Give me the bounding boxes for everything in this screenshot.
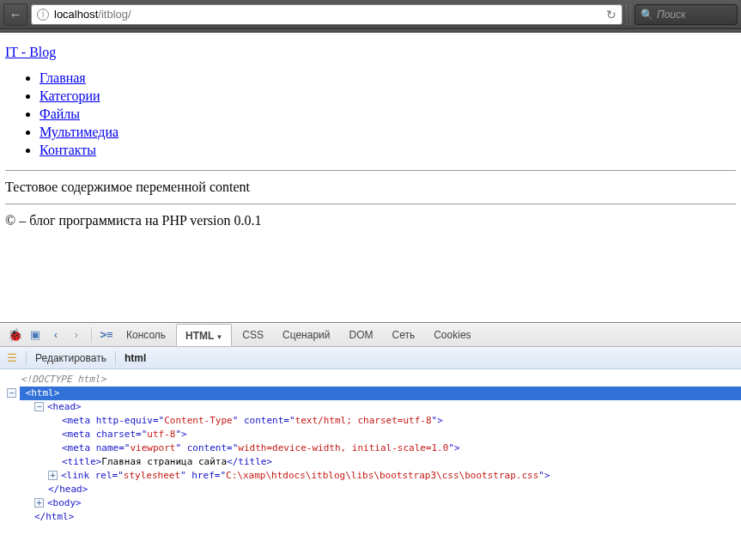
search-placeholder: Поиск [657, 9, 686, 21]
divider [5, 204, 736, 204]
url-text: localhost/itblog/ [54, 8, 601, 21]
drag-handle[interactable] [626, 4, 631, 25]
list-item: Мультимедиа [39, 125, 736, 140]
arrow-left-icon: ← [9, 7, 22, 21]
footer-text: © – блог программиста на PHP version 0.0… [5, 213, 736, 228]
search-icon: 🔍 [641, 9, 653, 21]
url-bar[interactable]: i localhost/itblog/ ↻ [31, 4, 623, 25]
nav-link[interactable]: Категории [39, 88, 100, 103]
reload-icon[interactable]: ↻ [606, 8, 616, 21]
list-item: Категории [39, 88, 736, 104]
site-title-link[interactable]: IT - Blog [5, 45, 56, 59]
nav-link[interactable]: Контакты [39, 143, 96, 157]
search-bar[interactable]: 🔍 Поиск [635, 4, 738, 25]
list-item: Файлы [39, 107, 736, 122]
browser-toolbar: ← i localhost/itblog/ ↻ 🔍 Поиск [0, 0, 741, 29]
content-text: Тестовое содержимое переменной content [5, 180, 736, 195]
back-button[interactable]: ← [3, 3, 27, 26]
nav-list: Главная Категории Файлы Мультимедиа Конт… [5, 70, 736, 158]
nav-link[interactable]: Мультимедиа [39, 125, 118, 139]
page-content: IT - Blog Главная Категории Файлы Мульти… [0, 33, 741, 240]
divider [5, 170, 736, 171]
list-item: Главная [39, 70, 736, 86]
nav-link[interactable]: Файлы [39, 107, 80, 121]
nav-link[interactable]: Главная [39, 70, 86, 85]
info-icon[interactable]: i [37, 9, 49, 21]
list-item: Контакты [39, 143, 736, 158]
